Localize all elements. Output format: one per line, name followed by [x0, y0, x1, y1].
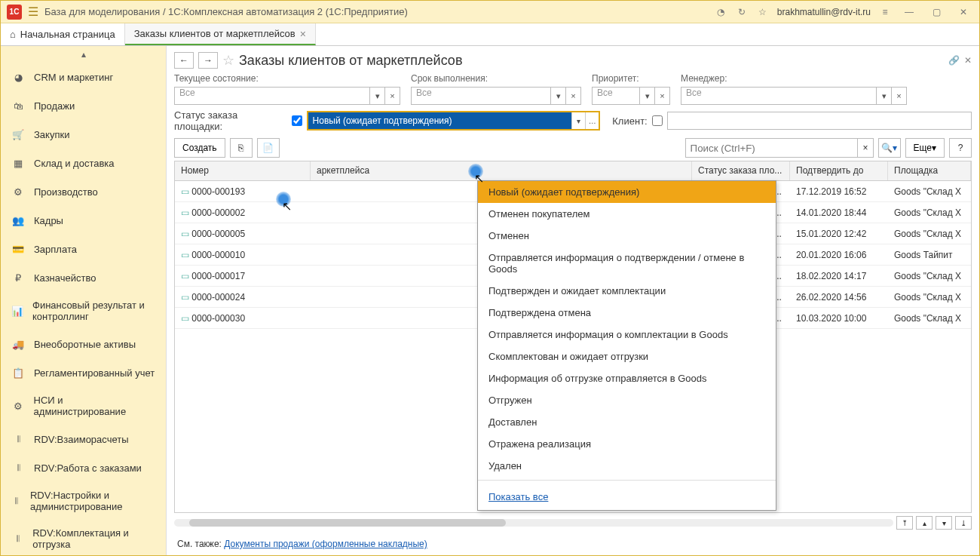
sidebar-item[interactable]: ₽Казначейство [1, 263, 166, 292]
see-also-link[interactable]: Документы продажи (оформленные накладные… [224, 539, 427, 549]
copy-button[interactable]: ⎘ [230, 138, 253, 158]
sidebar-item[interactable]: ⦀RDV:Работа с заказами [1, 453, 166, 482]
sidebar-item[interactable]: ⦀RDV:Комплектация и отгрузка [1, 520, 166, 555]
minimize-button[interactable]: — [899, 5, 919, 20]
dropdown-option[interactable]: Скомплектован и ожидает отгрузки [478, 346, 776, 367]
sidebar-item[interactable]: 🚚Внеоборотные активы [1, 330, 166, 358]
filter-state-clear-icon[interactable]: × [385, 87, 400, 105]
status-filter-input[interactable] [308, 112, 572, 129]
sidebar-item-label: Кадры [34, 215, 63, 226]
sidebar-item[interactable]: ◕CRM и маркетинг [1, 63, 166, 91]
col-confirm-by[interactable]: Подтвердить до [790, 161, 888, 180]
dropdown-option[interactable]: Отправляется информация о подтверждении … [478, 247, 776, 280]
scroll-down-icon[interactable]: ▾ [936, 516, 952, 530]
sidebar-item[interactable]: ⚙НСИ и администрирование [1, 387, 166, 425]
dropdown-option[interactable]: Отражена реализация [478, 433, 776, 455]
filter-manager-clear-icon[interactable]: × [892, 87, 907, 105]
col-marketplace[interactable]: аркетплейса [311, 161, 692, 180]
status-filter-dropdown-icon[interactable]: ▾ [571, 112, 585, 129]
action-button[interactable]: 📄 [257, 138, 280, 158]
menu-icon[interactable]: ≡ [878, 5, 892, 19]
sidebar-item[interactable]: ⚙Производство [1, 177, 166, 206]
scroll-first-icon[interactable]: ⤒ [896, 516, 913, 530]
status-dropdown: Новый (ожидает подтверждения)Отменен пок… [477, 180, 776, 511]
sidebar-item-label: Внеоборотные активы [34, 339, 136, 350]
dropdown-option[interactable]: Подтверждена отмена [478, 302, 776, 324]
col-status[interactable]: Статус заказа пло... [692, 161, 790, 180]
filter-deadline-dropdown-icon[interactable]: ▾ [551, 87, 566, 105]
filter-state-input[interactable]: Все [174, 87, 370, 105]
document-icon: ▭ [181, 313, 189, 324]
favorite-icon[interactable]: ☆ [222, 52, 234, 69]
more-button[interactable]: Еще ▾ [905, 138, 945, 158]
dropdown-option[interactable]: Новый (ожидает подтверждения) [478, 181, 776, 203]
close-button[interactable]: ✕ [954, 5, 973, 20]
dropdown-option[interactable]: Информация об отгрузке отправляется в Go… [478, 367, 776, 389]
client-input[interactable] [667, 112, 972, 130]
col-site[interactable]: Площадка [888, 161, 971, 180]
help-button[interactable]: ? [949, 138, 972, 158]
dropdown-option[interactable]: Отгружен [478, 389, 776, 411]
nav-forward-button[interactable]: → [198, 52, 218, 69]
maximize-button[interactable]: ▢ [926, 5, 946, 20]
scroll-last-icon[interactable]: ⤓ [955, 516, 972, 530]
sidebar-item[interactable]: 💳Зарплата [1, 235, 166, 263]
filter-priority-input[interactable]: Все [592, 87, 640, 105]
status-filter-field[interactable]: ▾ … [307, 111, 601, 131]
sidebar-item[interactable]: ⦀RDV:Настройки и администрирование [1, 482, 166, 520]
search-button[interactable]: 🔍▾ [878, 138, 901, 158]
col-number[interactable]: Номер [175, 161, 311, 180]
dropdown-option[interactable]: Отменен покупателем [478, 203, 776, 225]
sidebar-item[interactable]: 📊Финансовый результат и контроллинг [1, 292, 166, 330]
dropdown-option[interactable]: Удален [478, 455, 776, 477]
tab-home[interactable]: ⌂ Начальная страница [1, 23, 125, 45]
status-filter-checkbox[interactable] [292, 115, 302, 126]
status-filter-ellipsis-icon[interactable]: … [585, 112, 599, 129]
tab-orders[interactable]: Заказы клиентов от маркетплейсов × [125, 23, 316, 45]
sidebar-item[interactable]: ⦀RDV:Взаиморасчеты [1, 425, 166, 453]
close-page-icon[interactable]: ✕ [964, 55, 972, 66]
user-email[interactable]: brakhmatullin@rdv-it.ru [777, 7, 871, 17]
sidebar-item-icon: ▦ [11, 156, 25, 170]
filter-priority-clear-icon[interactable]: × [655, 87, 670, 105]
dropdown-option[interactable]: Отправляется информация о комплектации в… [478, 324, 776, 346]
scroll-up-icon[interactable]: ▴ [916, 516, 933, 530]
sidebar-item[interactable]: 📋Регламентированный учет [1, 358, 166, 387]
filter-priority-dropdown-icon[interactable]: ▾ [640, 87, 655, 105]
client-checkbox[interactable] [652, 115, 663, 126]
star-icon[interactable]: ☆ [756, 5, 770, 19]
filter-deadline-input[interactable]: Все [411, 87, 551, 105]
tab-close-icon[interactable]: × [300, 28, 306, 40]
sidebar-item[interactable]: ▦Склад и доставка [1, 149, 166, 177]
sidebar-item[interactable]: 🛍Продажи [1, 91, 166, 120]
sidebar-item-icon: ⚙ [11, 399, 25, 413]
sidebar-item-icon: ₽ [11, 271, 25, 284]
search-clear-icon[interactable]: × [858, 138, 873, 158]
bell-icon[interactable]: ◔ [714, 5, 727, 19]
burger-menu-icon[interactable]: ☰ [28, 5, 38, 19]
filter-state-dropdown-icon[interactable]: ▾ [370, 87, 385, 105]
nav-back-button[interactable]: ← [174, 52, 194, 69]
dropdown-option[interactable]: Подтвержден и ожидает комплектации [478, 280, 776, 302]
filter-state-label: Текущее состояние: [174, 73, 400, 84]
sidebar-item[interactable]: 👥Кадры [1, 206, 166, 235]
search-input[interactable] [685, 138, 859, 158]
h-scrollbar[interactable] [174, 519, 893, 527]
sidebar-collapse-icon[interactable]: ▴ [1, 46, 166, 63]
sidebar-item-label: Производство [34, 186, 98, 198]
tabs-bar: ⌂ Начальная страница Заказы клиентов от … [1, 23, 979, 46]
filter-priority-label: Приоритет: [592, 73, 670, 84]
sidebar-item-label: RDV:Взаиморасчеты [34, 434, 129, 445]
dropdown-option[interactable]: Доставлен [478, 411, 776, 433]
filter-manager-dropdown-icon[interactable]: ▾ [877, 87, 892, 105]
history-icon[interactable]: ↻ [735, 5, 749, 19]
filter-deadline-clear-icon[interactable]: × [566, 87, 581, 105]
filter-manager-input[interactable]: Все [681, 87, 877, 105]
sidebar-item[interactable]: 🛒Закупки [1, 120, 166, 149]
dropdown-show-all-link[interactable]: Показать все [478, 484, 776, 510]
dropdown-option[interactable]: Отменен [478, 225, 776, 247]
link-icon[interactable]: 🔗 [948, 55, 960, 66]
window-title: База для моделирования / 1С:Комплексная … [44, 6, 708, 17]
sidebar-item-label: RDV:Настройки и администрирование [30, 490, 155, 512]
create-button[interactable]: Создать [174, 138, 225, 158]
